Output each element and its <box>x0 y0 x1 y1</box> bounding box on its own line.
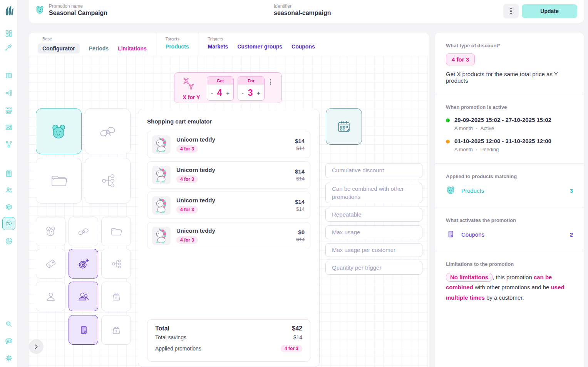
max-usage-per-customer-field[interactable]: Max usage per customer <box>325 243 422 257</box>
applied-promotions-label: Applied promotions <box>155 345 201 352</box>
tile-folder[interactable] <box>36 158 82 204</box>
product-thumbnail <box>152 227 171 245</box>
product-thumbnail <box>152 196 171 215</box>
dashboard-icon[interactable] <box>3 28 15 39</box>
more-actions-button[interactable] <box>503 4 519 18</box>
product-price: $0 <box>296 229 305 235</box>
blocks-icon[interactable] <box>3 105 15 116</box>
combinable-field[interactable]: Can be combined with other promotions <box>325 183 422 203</box>
for-increment-button[interactable]: + <box>256 90 261 96</box>
tile-bow[interactable] <box>85 108 131 154</box>
promotion-badge: 4 for 3 <box>176 206 198 214</box>
coupons-count: 2 <box>570 231 573 238</box>
get-value[interactable]: 4 <box>217 88 222 98</box>
promotion-name[interactable]: Seasonal Campaign <box>49 10 107 17</box>
flow-icon[interactable] <box>3 138 15 150</box>
tile-small-teddy[interactable] <box>36 217 65 246</box>
tile-small-hierarchy[interactable] <box>101 249 131 279</box>
pie-chart-icon[interactable] <box>3 235 15 247</box>
teddy-icon <box>49 122 69 142</box>
tile-bag-quantity[interactable]: # <box>101 282 131 311</box>
tab-group-triggers: Triggers Markets Customer groups Coupons <box>198 33 324 56</box>
products-section: Applied to products matching Products 3 <box>435 163 584 207</box>
cart-item[interactable]: Unicorn teddy 4 for 3 $14 $14 <box>147 192 310 219</box>
max-usage-field[interactable]: Max usage <box>325 225 422 239</box>
hierarchy-icon[interactable] <box>3 87 15 99</box>
x-for-y-rule-block[interactable]: X Y X for Y Get - 4 + For - 3 + <box>174 72 282 103</box>
period-row: 29-09-2025 15:02 - 27-10-2025 15:02 A mo… <box>446 117 573 131</box>
cube-icon[interactable] <box>3 201 15 213</box>
tile-hierarchy[interactable] <box>85 158 131 204</box>
tab-markets[interactable]: Markets <box>208 43 228 50</box>
tile-small-folder[interactable] <box>101 217 131 246</box>
tab-customer-groups[interactable]: Customer groups <box>237 43 282 50</box>
no-limitations-pill: No limitations <box>446 273 493 282</box>
total-label: Total <box>155 325 169 332</box>
chevron-right-icon <box>33 344 39 350</box>
bag-dollar-icon: $ <box>109 323 123 337</box>
tab-products[interactable]: Products <box>166 43 189 50</box>
coupon-icon <box>77 323 90 337</box>
shopping-cart-emulator: Shopping cart emulator Unicorn teddy 4 f… <box>138 109 320 367</box>
book-icon[interactable] <box>3 70 15 82</box>
app-sidebar: A <box>0 0 18 367</box>
tile-customer-group[interactable] <box>69 282 98 311</box>
tile-bag-value[interactable]: $ <box>101 315 131 345</box>
cart-item[interactable]: Unicorn teddy 4 for 3 $14 $14 <box>147 161 310 189</box>
x-for-y-icon: X Y <box>183 77 198 93</box>
tab-periods[interactable]: Periods <box>89 45 109 52</box>
customers-icon[interactable] <box>3 184 15 196</box>
search-icon[interactable] <box>3 319 15 330</box>
schedule-block[interactable] <box>326 108 362 145</box>
price-tag-icon: $ <box>44 257 58 271</box>
limitations-label: Limitations to the promotion <box>446 261 573 267</box>
image-icon[interactable] <box>3 122 15 133</box>
products-section-label: Applied to products matching <box>446 173 573 179</box>
pending-status-dot <box>446 140 450 143</box>
coupons-link[interactable]: Coupons <box>461 231 484 238</box>
tab-coupons[interactable]: Coupons <box>291 43 315 50</box>
period-duration: A month <box>454 125 473 131</box>
cumulative-discount-field[interactable]: Cumulative discount <box>325 163 422 178</box>
identifier-value[interactable]: seasonal-campaign <box>274 10 331 17</box>
for-decrement-button[interactable]: - <box>241 90 245 96</box>
expand-palette-button[interactable] <box>29 339 44 354</box>
tile-price-tag[interactable]: $ <box>36 249 65 279</box>
cart-item[interactable]: Unicorn teddy 4 for 3 $14 $14 <box>147 131 310 158</box>
product-name: Unicorn teddy <box>176 197 295 204</box>
settings-icon[interactable] <box>3 352 15 364</box>
for-value[interactable]: 3 <box>248 88 253 98</box>
for-stepper: For - 3 + <box>238 76 265 101</box>
tab-group-caption: Base <box>42 37 147 41</box>
language-icon[interactable]: A <box>3 335 15 347</box>
applied-promotion-badge: 4 for 3 <box>281 345 302 352</box>
repeatable-field[interactable]: Repeatable <box>325 208 422 222</box>
tab-limitations[interactable]: Limitations <box>118 45 147 52</box>
tile-target[interactable] <box>69 249 98 279</box>
bow-icon <box>98 122 118 142</box>
cart-item[interactable]: Unicorn teddy 4 for 3 $0 $14 <box>147 222 310 249</box>
rule-kebab-menu-icon[interactable] <box>269 78 272 86</box>
plug-icon[interactable] <box>3 42 15 53</box>
get-decrement-button[interactable]: - <box>210 90 214 96</box>
tile-customer[interactable] <box>36 282 65 311</box>
limitations-text: No limitations, this promotion can be co… <box>446 272 573 303</box>
period-duration: A month <box>454 147 473 152</box>
hierarchy-icon <box>98 171 118 191</box>
activation-section-label: What activates the promotion <box>446 217 573 223</box>
get-increment-button[interactable]: + <box>225 90 230 96</box>
get-label: Get <box>207 77 233 85</box>
clipboard-icon[interactable] <box>3 168 15 179</box>
discount-icon[interactable] <box>2 217 15 230</box>
product-name: Unicorn teddy <box>176 136 295 143</box>
tile-coupon[interactable] <box>69 315 98 345</box>
product-price: $14 <box>295 168 305 175</box>
tile-products-teddy[interactable] <box>36 108 82 154</box>
promotion-badge: 4 for 3 <box>176 175 198 183</box>
quantity-per-trigger-field[interactable]: Quantity per trigger <box>325 261 422 275</box>
app-logo-icon[interactable] <box>2 4 15 18</box>
products-link[interactable]: Products <box>461 187 484 194</box>
tab-configurator[interactable]: Configurator <box>38 43 80 53</box>
tile-small-bow[interactable] <box>69 217 98 246</box>
update-button[interactable]: Update <box>522 4 577 18</box>
